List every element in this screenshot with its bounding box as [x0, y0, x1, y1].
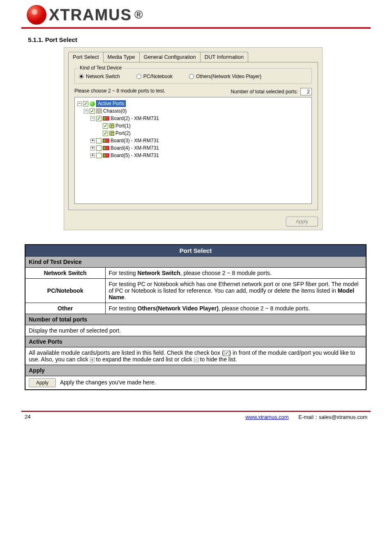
table-row: All available module cards/ports are lis… — [25, 347, 366, 365]
header-rule — [21, 27, 371, 29]
plus-icon[interactable]: + — [90, 146, 95, 150]
radio-icon — [189, 74, 194, 79]
tree-active-ports[interactable]: − Active Ports − Chassis(0) − — [74, 97, 312, 204]
tab-dut-info[interactable]: DUT Information — [200, 52, 248, 62]
table-title: Port Select — [25, 245, 366, 257]
table-row: Network Switch For testing Network Switc… — [25, 268, 366, 279]
radio-label: Others(Network Video Player) — [196, 74, 261, 79]
apply-button-icon: Apply — [29, 378, 56, 387]
total-value: 2 — [300, 88, 312, 95]
row-left: Network Switch — [25, 268, 105, 279]
tree-board-label[interactable]: Board(5) - XM-RM731 — [111, 153, 159, 158]
row-left: Other — [25, 303, 105, 314]
chassis-icon — [96, 109, 102, 113]
checkbox[interactable] — [96, 153, 101, 158]
table-row: Other For testing Others(Network Video P… — [25, 303, 366, 314]
minus-icon: − — [194, 358, 198, 362]
tab-general-config[interactable]: General Configuration — [139, 52, 201, 62]
minus-icon[interactable]: − — [77, 102, 82, 106]
groupbox-title: Kind of Test Device — [78, 65, 124, 71]
tab-row: Port Select Media Type General Configura… — [64, 48, 322, 62]
config-panel: Port Select Media Type General Configura… — [64, 47, 323, 230]
radio-others[interactable]: Others(Network Video Player) — [189, 74, 261, 79]
row-left: PC/Notebook — [25, 279, 105, 303]
table-row: PC/Notebook For testing PC or Notebook w… — [25, 279, 366, 303]
tree-chassis-label[interactable]: Chassis(0) — [103, 108, 127, 114]
board-icon — [103, 153, 109, 157]
radio-pc-notebook[interactable]: PC/Notebook — [136, 74, 173, 79]
board-icon — [103, 116, 109, 120]
groupbox-kind: Kind of Test Device Network Switch PC/No… — [74, 68, 312, 84]
port-icon — [109, 131, 114, 136]
checkbox[interactable] — [96, 138, 101, 143]
board-icon — [103, 139, 109, 143]
checkbox[interactable] — [103, 123, 108, 129]
tree-board-label[interactable]: Board(4) - XM-RM731 — [111, 145, 159, 151]
radio-icon — [136, 74, 141, 79]
tab-media-type[interactable]: Media Type — [103, 52, 140, 62]
board-icon — [103, 146, 109, 150]
row-right: Display the number of selected port. — [25, 325, 366, 336]
checkbox-icon — [224, 351, 229, 356]
section-heading: 5.1.1. Port Select — [28, 36, 392, 43]
row-right: For testing PC or Notebook which has one… — [105, 279, 366, 303]
checkbox[interactable] — [96, 146, 101, 151]
minus-icon[interactable]: − — [84, 109, 88, 113]
tree-port-label[interactable]: Port(1) — [115, 123, 131, 129]
table-header-total: Number of total ports — [25, 314, 366, 325]
description-table: Port Select Kind of Test Device Network … — [25, 244, 367, 390]
checkbox[interactable] — [96, 116, 101, 121]
plus-icon[interactable]: + — [90, 153, 95, 158]
footer-url[interactable]: www.xtramus.com — [245, 414, 288, 420]
table-row: Display the number of selected port. — [25, 325, 366, 336]
row-right: All available module cards/ports are lis… — [25, 347, 366, 365]
tree-port-label[interactable]: Port(2) — [115, 130, 131, 136]
plus-icon: + — [90, 358, 95, 362]
radio-label: Network Switch — [86, 74, 120, 79]
tree-board-label[interactable]: Board(3) - XM-RM731 — [111, 138, 159, 143]
table-header-apply: Apply — [25, 365, 366, 376]
table-header-kind: Kind of Test Device — [25, 257, 366, 268]
checkbox[interactable] — [103, 131, 108, 136]
brand-name: XTRAMUS — [49, 6, 132, 24]
footer-email: E-mail：sales@xtramus.com — [298, 414, 367, 420]
choose-text: Please choose 2 ~ 8 module ports to test… — [74, 88, 165, 95]
checkbox[interactable] — [83, 101, 88, 106]
page-number: 24 — [25, 414, 30, 421]
footer: 24 www.xtramus.com E-mail：sales@xtramus.… — [0, 412, 392, 429]
row-right: For testing Network Switch, please choos… — [105, 268, 366, 279]
page-header: XTRAMUS ® — [0, 0, 392, 25]
tab-content: Kind of Test Device Network Switch PC/No… — [68, 62, 318, 210]
radio-icon — [79, 74, 84, 79]
port-icon — [109, 123, 114, 128]
table-row: Apply Apply the changes you've made here… — [25, 376, 366, 390]
radio-label: PC/Notebook — [143, 74, 173, 79]
globe-icon — [90, 101, 95, 106]
total-label: Number of total selected ports: — [231, 89, 298, 95]
tree-board-label[interactable]: Board(2) - XM-RM731 — [111, 116, 159, 121]
apply-button[interactable]: Apply — [286, 217, 318, 227]
plus-icon[interactable]: + — [90, 139, 95, 143]
tab-port-select[interactable]: Port Select — [68, 52, 104, 62]
minus-icon[interactable]: − — [90, 116, 95, 121]
row-right: Apply Apply the changes you've made here… — [25, 376, 366, 390]
radio-network-switch[interactable]: Network Switch — [79, 74, 120, 79]
row-right: For testing Others(Network Video Player)… — [105, 303, 366, 314]
table-header-active: Active Ports — [25, 336, 366, 347]
logo-sphere-icon — [27, 5, 46, 25]
tree-root-label[interactable]: Active Ports — [96, 100, 126, 107]
checkbox[interactable] — [90, 109, 95, 114]
